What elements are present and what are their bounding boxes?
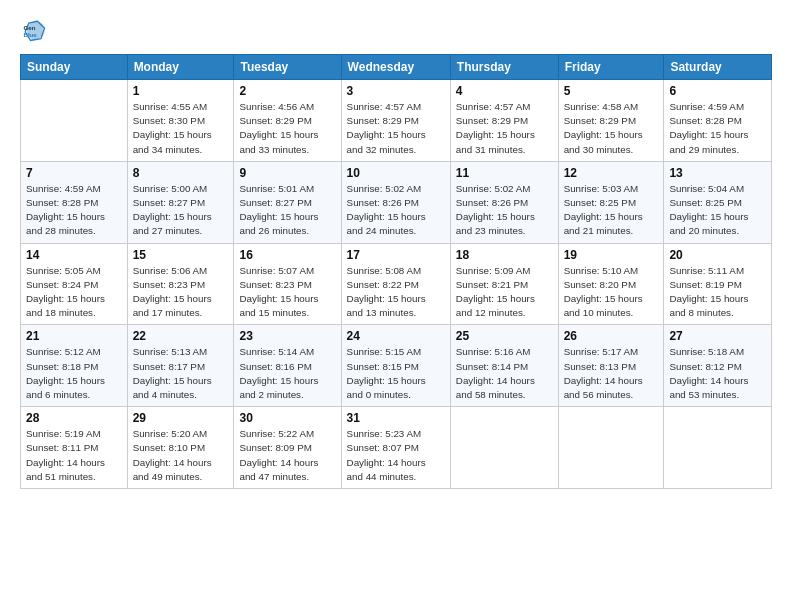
day-info: Sunrise: 5:04 AM Sunset: 8:25 PM Dayligh… (669, 182, 766, 239)
calendar-cell: 14Sunrise: 5:05 AM Sunset: 8:24 PM Dayli… (21, 243, 128, 325)
calendar-cell (21, 80, 128, 162)
calendar-cell: 16Sunrise: 5:07 AM Sunset: 8:23 PM Dayli… (234, 243, 341, 325)
day-number: 22 (133, 329, 229, 343)
day-info: Sunrise: 4:59 AM Sunset: 8:28 PM Dayligh… (669, 100, 766, 157)
calendar-cell: 18Sunrise: 5:09 AM Sunset: 8:21 PM Dayli… (450, 243, 558, 325)
day-info: Sunrise: 5:15 AM Sunset: 8:15 PM Dayligh… (347, 345, 445, 402)
calendar-cell: 29Sunrise: 5:20 AM Sunset: 8:10 PM Dayli… (127, 407, 234, 489)
calendar-cell: 23Sunrise: 5:14 AM Sunset: 8:16 PM Dayli… (234, 325, 341, 407)
day-number: 11 (456, 166, 553, 180)
calendar-header-row: SundayMondayTuesdayWednesdayThursdayFrid… (21, 55, 772, 80)
day-number: 21 (26, 329, 122, 343)
day-info: Sunrise: 5:10 AM Sunset: 8:20 PM Dayligh… (564, 264, 659, 321)
calendar-cell: 13Sunrise: 5:04 AM Sunset: 8:25 PM Dayli… (664, 161, 772, 243)
calendar-cell: 17Sunrise: 5:08 AM Sunset: 8:22 PM Dayli… (341, 243, 450, 325)
day-number: 1 (133, 84, 229, 98)
day-number: 19 (564, 248, 659, 262)
day-number: 24 (347, 329, 445, 343)
day-number: 8 (133, 166, 229, 180)
calendar-cell: 8Sunrise: 5:00 AM Sunset: 8:27 PM Daylig… (127, 161, 234, 243)
calendar-week-row: 1Sunrise: 4:55 AM Sunset: 8:30 PM Daylig… (21, 80, 772, 162)
header: Gen Blue (20, 16, 772, 44)
day-number: 20 (669, 248, 766, 262)
day-number: 7 (26, 166, 122, 180)
calendar-table: SundayMondayTuesdayWednesdayThursdayFrid… (20, 54, 772, 489)
svg-text:Blue: Blue (24, 31, 38, 38)
day-info: Sunrise: 5:19 AM Sunset: 8:11 PM Dayligh… (26, 427, 122, 484)
day-info: Sunrise: 4:57 AM Sunset: 8:29 PM Dayligh… (347, 100, 445, 157)
day-number: 16 (239, 248, 335, 262)
svg-text:Gen: Gen (24, 24, 36, 31)
day-info: Sunrise: 5:02 AM Sunset: 8:26 PM Dayligh… (347, 182, 445, 239)
calendar-cell: 22Sunrise: 5:13 AM Sunset: 8:17 PM Dayli… (127, 325, 234, 407)
day-number: 31 (347, 411, 445, 425)
day-info: Sunrise: 5:06 AM Sunset: 8:23 PM Dayligh… (133, 264, 229, 321)
calendar-cell: 31Sunrise: 5:23 AM Sunset: 8:07 PM Dayli… (341, 407, 450, 489)
logo: Gen Blue (20, 16, 52, 44)
day-info: Sunrise: 4:55 AM Sunset: 8:30 PM Dayligh… (133, 100, 229, 157)
day-info: Sunrise: 5:22 AM Sunset: 8:09 PM Dayligh… (239, 427, 335, 484)
day-info: Sunrise: 5:00 AM Sunset: 8:27 PM Dayligh… (133, 182, 229, 239)
calendar-cell (558, 407, 664, 489)
day-info: Sunrise: 5:05 AM Sunset: 8:24 PM Dayligh… (26, 264, 122, 321)
day-number: 23 (239, 329, 335, 343)
calendar-week-row: 21Sunrise: 5:12 AM Sunset: 8:18 PM Dayli… (21, 325, 772, 407)
day-info: Sunrise: 5:02 AM Sunset: 8:26 PM Dayligh… (456, 182, 553, 239)
day-number: 9 (239, 166, 335, 180)
day-info: Sunrise: 4:58 AM Sunset: 8:29 PM Dayligh… (564, 100, 659, 157)
calendar-cell: 10Sunrise: 5:02 AM Sunset: 8:26 PM Dayli… (341, 161, 450, 243)
day-number: 25 (456, 329, 553, 343)
day-info: Sunrise: 5:11 AM Sunset: 8:19 PM Dayligh… (669, 264, 766, 321)
day-number: 26 (564, 329, 659, 343)
day-info: Sunrise: 5:14 AM Sunset: 8:16 PM Dayligh… (239, 345, 335, 402)
day-number: 28 (26, 411, 122, 425)
calendar-cell: 7Sunrise: 4:59 AM Sunset: 8:28 PM Daylig… (21, 161, 128, 243)
day-number: 18 (456, 248, 553, 262)
calendar-week-row: 7Sunrise: 4:59 AM Sunset: 8:28 PM Daylig… (21, 161, 772, 243)
day-info: Sunrise: 4:56 AM Sunset: 8:29 PM Dayligh… (239, 100, 335, 157)
day-number: 15 (133, 248, 229, 262)
calendar-cell: 2Sunrise: 4:56 AM Sunset: 8:29 PM Daylig… (234, 80, 341, 162)
calendar-cell: 21Sunrise: 5:12 AM Sunset: 8:18 PM Dayli… (21, 325, 128, 407)
calendar-cell: 3Sunrise: 4:57 AM Sunset: 8:29 PM Daylig… (341, 80, 450, 162)
calendar-cell: 5Sunrise: 4:58 AM Sunset: 8:29 PM Daylig… (558, 80, 664, 162)
day-info: Sunrise: 5:09 AM Sunset: 8:21 PM Dayligh… (456, 264, 553, 321)
day-info: Sunrise: 5:23 AM Sunset: 8:07 PM Dayligh… (347, 427, 445, 484)
calendar-cell: 27Sunrise: 5:18 AM Sunset: 8:12 PM Dayli… (664, 325, 772, 407)
day-number: 29 (133, 411, 229, 425)
page: Gen Blue SundayMondayTuesdayWednesdayThu… (0, 0, 792, 612)
calendar-cell: 24Sunrise: 5:15 AM Sunset: 8:15 PM Dayli… (341, 325, 450, 407)
calendar-cell (450, 407, 558, 489)
day-number: 5 (564, 84, 659, 98)
calendar-cell: 15Sunrise: 5:06 AM Sunset: 8:23 PM Dayli… (127, 243, 234, 325)
calendar-day-header: Monday (127, 55, 234, 80)
day-info: Sunrise: 5:20 AM Sunset: 8:10 PM Dayligh… (133, 427, 229, 484)
day-info: Sunrise: 5:12 AM Sunset: 8:18 PM Dayligh… (26, 345, 122, 402)
day-number: 6 (669, 84, 766, 98)
day-number: 17 (347, 248, 445, 262)
day-info: Sunrise: 5:13 AM Sunset: 8:17 PM Dayligh… (133, 345, 229, 402)
calendar-cell: 4Sunrise: 4:57 AM Sunset: 8:29 PM Daylig… (450, 80, 558, 162)
day-number: 10 (347, 166, 445, 180)
day-number: 30 (239, 411, 335, 425)
calendar-cell: 6Sunrise: 4:59 AM Sunset: 8:28 PM Daylig… (664, 80, 772, 162)
calendar-day-header: Saturday (664, 55, 772, 80)
day-number: 3 (347, 84, 445, 98)
day-info: Sunrise: 5:03 AM Sunset: 8:25 PM Dayligh… (564, 182, 659, 239)
day-info: Sunrise: 5:18 AM Sunset: 8:12 PM Dayligh… (669, 345, 766, 402)
calendar-day-header: Thursday (450, 55, 558, 80)
calendar-cell: 12Sunrise: 5:03 AM Sunset: 8:25 PM Dayli… (558, 161, 664, 243)
calendar-cell: 28Sunrise: 5:19 AM Sunset: 8:11 PM Dayli… (21, 407, 128, 489)
calendar-cell: 19Sunrise: 5:10 AM Sunset: 8:20 PM Dayli… (558, 243, 664, 325)
calendar-cell: 20Sunrise: 5:11 AM Sunset: 8:19 PM Dayli… (664, 243, 772, 325)
day-number: 13 (669, 166, 766, 180)
calendar-day-header: Wednesday (341, 55, 450, 80)
day-info: Sunrise: 5:07 AM Sunset: 8:23 PM Dayligh… (239, 264, 335, 321)
day-info: Sunrise: 5:01 AM Sunset: 8:27 PM Dayligh… (239, 182, 335, 239)
calendar-day-header: Sunday (21, 55, 128, 80)
day-number: 27 (669, 329, 766, 343)
calendar-day-header: Friday (558, 55, 664, 80)
calendar-cell: 11Sunrise: 5:02 AM Sunset: 8:26 PM Dayli… (450, 161, 558, 243)
day-number: 2 (239, 84, 335, 98)
day-info: Sunrise: 4:57 AM Sunset: 8:29 PM Dayligh… (456, 100, 553, 157)
